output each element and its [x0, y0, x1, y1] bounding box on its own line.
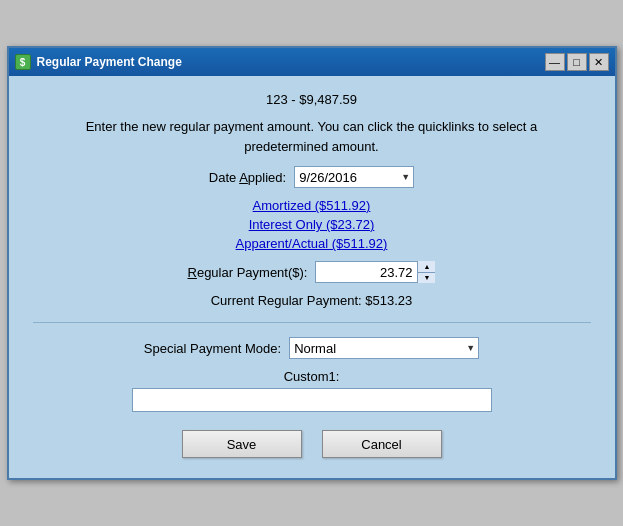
special-mode-label: Special Payment Mode: [144, 341, 281, 356]
quicklinks-section: Amortized ($511.92) Interest Only ($23.7… [236, 198, 388, 251]
payment-label: Regular Payment($): [188, 265, 308, 280]
spinbox-down-button[interactable]: ▼ [418, 273, 435, 284]
custom1-input[interactable] [132, 388, 492, 412]
custom1-label: Custom1: [284, 369, 340, 384]
dialog-content: 123 - $9,487.59 Enter the new regular pa… [9, 76, 615, 478]
special-payment-mode-row: Special Payment Mode: Normal Interest On… [144, 337, 479, 359]
custom1-section: Custom1: [33, 369, 591, 412]
date-select[interactable]: 9/26/2016 [294, 166, 414, 188]
cancel-button[interactable]: Cancel [322, 430, 442, 458]
date-applied-row: Date Applied: 9/26/2016 [209, 166, 414, 188]
payment-spinbox: ▲ ▼ [315, 261, 435, 283]
account-subtitle: 123 - $9,487.59 [266, 92, 357, 107]
divider [33, 322, 591, 323]
apparent-actual-link[interactable]: Apparent/Actual ($511.92) [236, 236, 388, 251]
close-button[interactable]: ✕ [589, 53, 609, 71]
save-button[interactable]: Save [182, 430, 302, 458]
instructions-text: Enter the new regular payment amount. Yo… [62, 117, 562, 156]
window-title: Regular Payment Change [37, 55, 545, 69]
window-controls: — □ ✕ [545, 53, 609, 71]
spinbox-up-button[interactable]: ▲ [418, 261, 435, 273]
title-bar: $ Regular Payment Change — □ ✕ [9, 48, 615, 76]
action-buttons: Save Cancel [182, 430, 442, 458]
current-payment-text: Current Regular Payment: $513.23 [211, 293, 413, 308]
regular-payment-row: Regular Payment($): ▲ ▼ [188, 261, 436, 283]
amortized-link[interactable]: Amortized ($511.92) [253, 198, 371, 213]
mode-select-wrapper: Normal Interest Only Custom [289, 337, 479, 359]
date-label: Date Applied: [209, 170, 286, 185]
spinbox-buttons: ▲ ▼ [417, 261, 435, 283]
app-icon: $ [15, 54, 31, 70]
special-mode-select[interactable]: Normal Interest Only Custom [289, 337, 479, 359]
date-select-wrapper: 9/26/2016 [294, 166, 414, 188]
interest-only-link[interactable]: Interest Only ($23.72) [249, 217, 375, 232]
main-window: $ Regular Payment Change — □ ✕ 123 - $9,… [7, 46, 617, 480]
minimize-button[interactable]: — [545, 53, 565, 71]
maximize-button[interactable]: □ [567, 53, 587, 71]
